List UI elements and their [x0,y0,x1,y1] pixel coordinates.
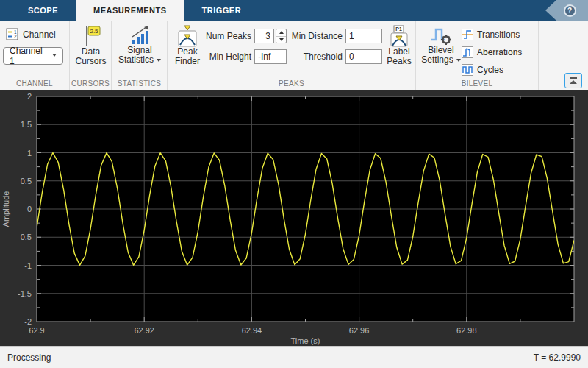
num-peaks-label: Num Peaks [204,31,251,41]
measurements-toolbar: 1 2 Channel Channel 1 CHANNEL 2.5 Data C… [0,21,588,90]
svg-text:62.92: 62.92 [134,326,154,335]
bilevel-settings-icon [430,25,452,46]
bilevel-settings-button[interactable]: Bilevel Settings [422,25,460,65]
svg-text:1.5: 1.5 [21,120,32,129]
status-message: Processing [7,353,51,363]
aberrations-label: Aberrations [477,47,522,57]
svg-text:-1: -1 [24,261,32,270]
cursor-badge-text: 2.5 [90,28,98,35]
tab-scope[interactable]: SCOPE [10,0,76,21]
data-cursors-label-2: Cursors [75,57,106,66]
svg-text:62.94: 62.94 [242,326,262,335]
transitions-label: Transitions [477,29,520,40]
channel-label: Channel [23,29,56,40]
peak-finder-icon [177,25,198,47]
svg-text:Time (s): Time (s) [291,336,320,345]
channel-header: 1 2 Channel [6,28,56,40]
section-peaks: Peak Finder Num Peaks Min Distance Min H… [168,21,416,90]
peak-finder-button[interactable]: Peak Finder [171,25,204,66]
section-channel: 1 2 Channel Channel 1 CHANNEL [0,21,70,90]
waveform-canvas[interactable]: 62.962.9262.9462.9662.98-2-1.5-1-0.500.5… [0,90,588,346]
data-cursors-button[interactable]: 2.5 Data Cursors [71,25,110,66]
collapse-toolstrip-button[interactable] [564,73,582,88]
cycles-label: Cycles [477,65,503,75]
svg-text:1: 1 [27,149,32,158]
group-label-statistics: STATISTICS [112,79,167,88]
svg-text:0: 0 [27,205,32,213]
group-label-peaks: PEAKS [168,79,415,88]
label-peaks-badge-text: P1 [395,26,402,32]
svg-text:-2: -2 [24,317,32,326]
transitions-toggle[interactable]: Transitions [462,28,520,41]
threshold-label: Threshold [291,52,343,62]
svg-text:2: 2 [14,34,17,39]
num-peaks-input[interactable] [254,29,274,43]
toolbar-spacer [539,21,588,90]
svg-text:0.5: 0.5 [21,177,32,185]
status-bar: Processing T = 62.9990 [0,346,588,368]
tab-bar: SCOPE MEASUREMENTS TRIGGER ? [0,0,588,21]
signal-statistics-label-2: Statistics [118,55,161,65]
help-icon[interactable]: ? [564,4,576,17]
label-peaks-label-2: Peaks [387,57,411,66]
chevron-down-icon [157,59,161,62]
group-label-bilevel: BILEVEL [416,79,538,88]
cycles-toggle[interactable]: Cycles [462,63,503,77]
svg-text:62.98: 62.98 [456,326,477,335]
aberrations-icon [462,46,473,58]
label-peaks-icon: P1 [390,25,409,47]
spinner-up-button[interactable] [276,29,286,37]
simulation-time: T = 62.9990 [534,353,581,363]
svg-text:2: 2 [27,92,32,101]
min-distance-input[interactable] [345,29,382,43]
chevron-down-icon [52,54,57,57]
section-statistics: Signal Statistics STATISTICS [112,21,168,90]
transitions-icon [462,29,473,40]
signal-statistics-button[interactable]: Signal Statistics [115,25,165,65]
channel-select[interactable]: Channel 1 [3,47,63,65]
svg-text:-1.5: -1.5 [18,289,32,298]
spinner-down-button[interactable] [276,37,286,43]
section-bilevel: Bilevel Settings Transitions Aberrations [416,21,539,90]
group-label-cursors: CURSORS [70,79,111,88]
signal-statistics-icon [129,25,150,46]
chevron-down-icon [456,59,461,62]
aberrations-toggle[interactable]: Aberrations [462,46,522,59]
min-height-label: Min Height [204,52,251,62]
min-height-input[interactable] [254,49,287,64]
tab-measurements[interactable]: MEASUREMENTS [76,0,184,21]
data-cursors-icon: 2.5 [82,25,101,47]
collapse-toolstrip-icon [569,77,578,85]
num-peaks-spinner [276,29,287,43]
peak-finder-label-2: Finder [175,57,200,66]
channel-select-value: Channel 1 [10,46,49,66]
label-peaks-button[interactable]: P1 Label Peaks [384,25,415,66]
threshold-input[interactable] [345,49,382,64]
svg-text:-0.5: -0.5 [18,233,32,241]
cycles-icon [462,64,473,76]
svg-text:Amplitude: Amplitude [1,191,10,227]
section-cursors: 2.5 Data Cursors CURSORS [70,21,112,90]
channel-icon: 1 2 [6,28,18,40]
bilevel-settings-label-2: Settings [421,55,460,65]
min-distance-label: Min Distance [291,31,343,41]
svg-text:62.9: 62.9 [29,326,44,335]
group-label-channel: CHANNEL [0,79,69,88]
svg-text:62.96: 62.96 [349,326,370,335]
scope-display: 62.962.9262.9462.9662.98-2-1.5-1-0.500.5… [0,90,588,346]
help-plate: ? [545,0,588,21]
tab-trigger[interactable]: TRIGGER [184,0,259,21]
